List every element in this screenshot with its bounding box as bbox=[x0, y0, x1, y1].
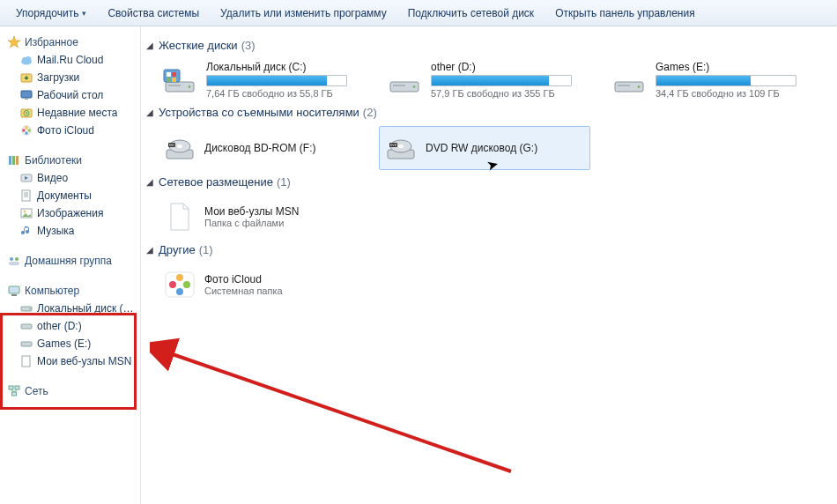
sidebar-item-msn[interactable]: Мои веб-узлы MSN bbox=[4, 352, 140, 370]
svg-point-11 bbox=[27, 129, 30, 131]
section-removable[interactable]: ◢ Устройства со съемными носителями (2) bbox=[146, 106, 830, 119]
section-netloc[interactable]: ◢ Сетевое размещение (1) bbox=[146, 175, 830, 189]
downloads-icon bbox=[19, 70, 33, 85]
icloud-label: Фото iCloud bbox=[204, 273, 283, 285]
toolbar: Упорядочить Свойства системы Удалить или… bbox=[0, 0, 837, 26]
homegroup-icon bbox=[7, 254, 21, 268]
svg-point-41 bbox=[189, 85, 191, 88]
libraries-label: Библиотеки bbox=[25, 154, 82, 167]
sidebar-item-video[interactable]: Видео bbox=[4, 169, 140, 187]
icloud-photos-icon bbox=[162, 267, 197, 302]
svg-rect-35 bbox=[9, 386, 13, 389]
uninstall-program-button[interactable]: Удалить или изменить программу bbox=[210, 0, 397, 26]
video-icon bbox=[19, 171, 33, 185]
section-removable-title: Устройства со съемными носителями bbox=[159, 106, 359, 119]
icloud-sub: Системная папка bbox=[204, 285, 283, 296]
svg-rect-32 bbox=[21, 324, 32, 329]
svg-rect-42 bbox=[168, 85, 181, 86]
svg-point-66 bbox=[183, 281, 190, 288]
sidebar-item-mailru[interactable]: Mail.Ru Cloud bbox=[4, 51, 140, 69]
hard-drive-icon bbox=[160, 63, 199, 98]
hard-drive-0[interactable]: Локальный диск (C:) 7,64 ГБ свободно из … bbox=[159, 59, 374, 100]
sidebar-item-music[interactable]: Музыка bbox=[4, 222, 140, 240]
hard-drive-2[interactable]: Games (E:) 34,4 ГБ свободно из 109 ГБ bbox=[608, 59, 824, 100]
star-icon bbox=[7, 35, 21, 49]
svg-point-56 bbox=[177, 145, 182, 148]
section-netloc-title: Сетевое размещение bbox=[159, 175, 273, 189]
libraries-heading[interactable]: Библиотеки bbox=[4, 152, 140, 169]
section-other[interactable]: ◢ Другие (1) bbox=[146, 243, 830, 256]
svg-rect-6 bbox=[25, 98, 28, 100]
sidebar-item-icloud-photos[interactable]: Фото iCloud bbox=[4, 122, 140, 139]
homegroup-heading[interactable]: Домашняя группа bbox=[4, 252, 140, 270]
sidebar-item-downloads[interactable]: Загрузки bbox=[4, 69, 140, 86]
svg-rect-44 bbox=[167, 72, 171, 77]
network-icon bbox=[7, 384, 21, 398]
section-netloc-count: (1) bbox=[277, 175, 291, 189]
svg-point-24 bbox=[24, 211, 26, 213]
drive-freespace: 57,9 ГБ свободно из 355 ГБ bbox=[431, 88, 597, 99]
open-control-panel-button[interactable]: Открыть панель управления bbox=[544, 0, 706, 26]
bd-rom-label: Дисковод BD-ROM (F:) bbox=[204, 142, 316, 154]
pictures-icon bbox=[19, 206, 33, 220]
computer-label: Компьютер bbox=[25, 285, 79, 297]
section-other-title: Другие bbox=[159, 243, 196, 256]
drive-capacity-bar bbox=[206, 75, 347, 86]
svg-rect-27 bbox=[9, 262, 19, 265]
organize-button[interactable]: Упорядочить bbox=[5, 0, 97, 26]
svg-point-65 bbox=[176, 274, 183, 281]
favorites-heading[interactable]: Избранное bbox=[4, 33, 140, 51]
svg-point-67 bbox=[176, 288, 183, 295]
file-icon bbox=[162, 199, 197, 234]
svg-rect-29 bbox=[11, 294, 17, 296]
svg-rect-46 bbox=[167, 78, 171, 82]
collapse-icon: ◢ bbox=[146, 41, 153, 50]
sidebar-item-documents[interactable]: Документы bbox=[4, 187, 140, 204]
sidebar-item-recent[interactable]: Недавние места bbox=[4, 104, 140, 122]
music-icon bbox=[19, 224, 33, 238]
svg-rect-14 bbox=[9, 156, 11, 165]
drive-icon bbox=[19, 337, 33, 351]
svg-point-49 bbox=[413, 85, 416, 88]
computer-icon bbox=[7, 284, 21, 298]
drive-capacity-bar bbox=[656, 75, 796, 86]
drive-icon bbox=[19, 319, 33, 333]
content-pane: ◢ Жесткие диски (3) Локальный диск (C:) … bbox=[141, 26, 837, 504]
bd-rom-drive[interactable]: BD Дисковод BD-ROM (F:) bbox=[159, 126, 370, 170]
documents-icon bbox=[19, 189, 33, 203]
hard-drive-icon bbox=[610, 63, 648, 98]
network-heading[interactable]: Сеть bbox=[4, 382, 140, 400]
drive-name: Локальный диск (C:) bbox=[206, 61, 373, 73]
section-hard-drives[interactable]: ◢ Жесткие диски (3) bbox=[146, 39, 830, 52]
sidebar-item-drive-c[interactable]: Локальный диск (C:) bbox=[4, 300, 140, 317]
hard-drive-1[interactable]: other (D:) 57,9 ГБ свободно из 355 ГБ bbox=[383, 59, 599, 100]
sidebar-item-drive-e[interactable]: Games (E:) bbox=[4, 335, 140, 352]
sidebar-item-drive-d[interactable]: other (D:) bbox=[4, 317, 140, 335]
icloud-photos-item[interactable]: Фото iCloud Системная папка bbox=[159, 263, 370, 306]
drive-icon bbox=[19, 301, 33, 315]
dvd-rw-drive[interactable]: DVD DVD RW дисковод (G:) bbox=[379, 126, 590, 170]
svg-point-31 bbox=[29, 308, 31, 310]
msn-web-item[interactable]: Мои веб-узлы MSN Папка с файлами bbox=[159, 196, 370, 238]
svg-rect-45 bbox=[172, 72, 176, 77]
section-other-count: (1) bbox=[199, 243, 213, 256]
optical-drive-icon: BD bbox=[162, 130, 197, 166]
computer-heading[interactable]: Компьютер bbox=[4, 282, 140, 300]
msn-sub: Папка с файлами bbox=[204, 218, 299, 228]
svg-point-13 bbox=[22, 129, 25, 131]
system-properties-button[interactable]: Свойства системы bbox=[97, 0, 210, 26]
svg-rect-19 bbox=[22, 190, 30, 201]
favorites-label: Избранное bbox=[25, 36, 78, 48]
svg-marker-0 bbox=[8, 36, 20, 48]
svg-point-10 bbox=[25, 126, 27, 129]
svg-line-70 bbox=[167, 352, 511, 471]
sidebar-item-desktop[interactable]: Рабочий стол bbox=[4, 86, 140, 104]
svg-rect-37 bbox=[12, 392, 17, 396]
sidebar-item-pictures[interactable]: Изображения bbox=[4, 204, 140, 222]
svg-point-52 bbox=[638, 85, 641, 88]
collapse-icon: ◢ bbox=[146, 177, 153, 187]
svg-point-3 bbox=[26, 56, 32, 63]
map-network-drive-button[interactable]: Подключить сетевой диск bbox=[397, 0, 544, 26]
homegroup-label: Домашняя группа bbox=[25, 255, 112, 267]
drive-freespace: 34,4 ГБ свободно из 109 ГБ bbox=[656, 88, 822, 99]
